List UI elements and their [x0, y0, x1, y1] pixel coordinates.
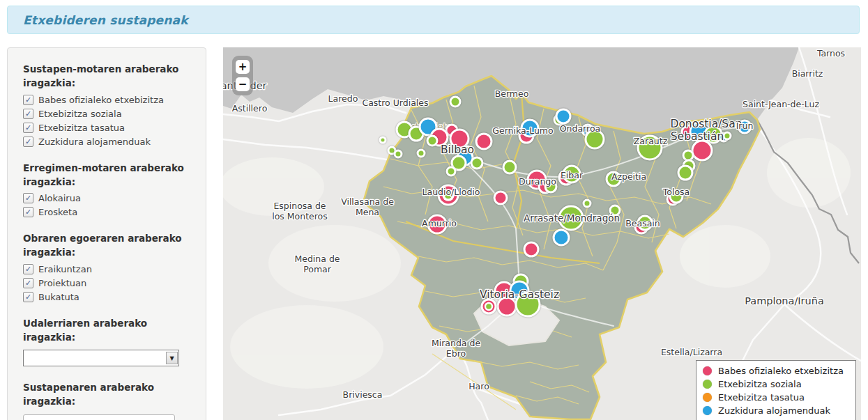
map-city-label: Astillero [232, 103, 268, 114]
legend-dot-green [703, 380, 712, 389]
filter-option-etxebizitza-soziala[interactable]: ✓ Etxebizitza soziala [23, 109, 190, 119]
legend-label: Babes ofizialeko etxebizitza [718, 366, 844, 376]
map-marker-blue[interactable] [556, 109, 570, 123]
map-city-label: Sebastián [671, 130, 724, 143]
filter-option-label: Eraikuntzan [38, 264, 92, 274]
map-marker-pink[interactable] [494, 192, 507, 204]
check-icon: ✓ [25, 96, 31, 104]
check-icon: ✓ [25, 138, 31, 146]
map-city-label: Amurrio [422, 218, 457, 228]
map-city-label: Medina de [294, 254, 340, 264]
map-marker-green[interactable] [418, 150, 425, 157]
map-city-label: Tarnos [816, 48, 845, 59]
map-city-label: Biarritz [792, 68, 823, 79]
map-marker-green[interactable] [471, 157, 482, 169]
legend-item-zuzkidura: Zuzkidura alojamenduak [703, 404, 849, 417]
map-city-label: Irun [736, 120, 754, 131]
map-city-label: Ebro [446, 348, 466, 359]
map-marker-green[interactable] [427, 136, 437, 146]
legend-label: Zuzkidura alojamenduak [718, 405, 830, 416]
legend-dot-pink [703, 366, 712, 375]
filter-group-promotion-name: Sustapenaren araberako iragazkia: [23, 380, 190, 420]
filter-option-label: Bukatuta [38, 292, 79, 302]
map-city-label: Pomar [303, 264, 332, 274]
filter-option-label: Etxebizitza soziala [38, 109, 122, 119]
map-marker-pink[interactable] [476, 134, 492, 149]
map-marker-green[interactable] [683, 150, 693, 160]
checkbox-checked[interactable]: ✓ [23, 95, 33, 105]
map-city-label: Espinosa de [273, 201, 326, 211]
map-marker-green[interactable] [395, 150, 402, 157]
legend-dot-orange [703, 393, 712, 402]
map-city-label: Gernika-Lumo [492, 125, 553, 136]
legend-item-babes-ofizialeko: Babes ofizialeko etxebizitza [703, 364, 849, 378]
filter-option-eraikuntzan[interactable]: ✓ Eraikuntzan [23, 264, 190, 274]
zoom-in-button[interactable]: + [236, 60, 250, 74]
municipality-select[interactable]: ▼ [23, 350, 179, 366]
map-marker-green[interactable] [724, 132, 731, 139]
map-city-label: Bermeo [495, 88, 529, 99]
map-marker-green[interactable] [380, 137, 386, 143]
filter-option-proiektuan[interactable]: ✓ Proiektuan [23, 278, 190, 288]
check-icon: ✓ [25, 293, 31, 301]
map-city-label: Briviesca [343, 389, 383, 400]
filter-option-alokairua[interactable]: ✓ Alokairua [23, 193, 190, 203]
map-city-label: Bilbao [441, 143, 474, 156]
map-city-label: Laudio/Llodio [422, 187, 480, 197]
checkbox-checked[interactable]: ✓ [23, 109, 33, 119]
checkbox-checked[interactable]: ✓ [23, 292, 33, 302]
checkbox-checked[interactable]: ✓ [23, 278, 33, 288]
filter-option-label: Alokairua [38, 193, 81, 203]
map-marker-ring[interactable] [482, 300, 496, 313]
map-city-label: Estella/Lizarra [661, 347, 722, 357]
checkbox-checked[interactable]: ✓ [23, 193, 33, 203]
map-marker-green[interactable] [503, 161, 516, 173]
promotion-filter-input[interactable] [23, 414, 175, 420]
map-city-label: Saint-Jean-de-Luz [743, 99, 819, 109]
map-legend: Babes ofizialeko etxebizitza Etxebizitza… [696, 360, 856, 420]
filter-group-promotion-type: Sustapen-motaren araberako iragazkia: ✓ … [23, 62, 190, 147]
map-marker-green[interactable] [584, 200, 591, 207]
filter-heading: Erregimen-motaren araberako iragazkia: [23, 161, 187, 189]
page-title-banner: Etxebideren sustapenak [7, 6, 860, 34]
map-marker-green[interactable] [678, 166, 692, 180]
zoom-out-button[interactable]: − [236, 77, 250, 91]
map-city-label: Beasain [625, 218, 660, 228]
checkbox-checked[interactable]: ✓ [23, 137, 33, 147]
filter-option-bukatuta[interactable]: ✓ Bukatuta [23, 292, 190, 302]
map-marker-blue[interactable] [554, 230, 569, 245]
check-icon: ✓ [25, 194, 31, 202]
municipality-filter-label: Udalerriaren araberako iragazkia: [23, 316, 187, 345]
map-marker-pink[interactable] [524, 242, 538, 256]
map-city-label: Durango [519, 176, 556, 187]
map-city-label: Zarautz [634, 136, 668, 146]
legend-label: Etxebizitza tasatua [718, 392, 805, 403]
map[interactable]: Portugalete SantanderAstilleroLaredoCast… [223, 47, 861, 420]
legend-item-soziala: Etxebizitza soziala [703, 378, 849, 391]
check-icon: ✓ [25, 279, 31, 287]
map-city-label: Eibar [561, 170, 584, 180]
filter-option-zuzkidura[interactable]: ✓ Zuzkidura alojamenduak [23, 137, 190, 147]
filter-heading: Obraren egoeraren araberako iragazkia: [23, 231, 187, 260]
filter-option-etxebizitza-tasatua[interactable]: ✓ Etxebizitza tasatua [23, 123, 190, 133]
checkbox-checked[interactable]: ✓ [23, 264, 33, 274]
filter-option-babes-ofizialeko[interactable]: ✓ Babes ofizialeko etxebizitza [23, 95, 190, 105]
check-icon: ✓ [25, 110, 31, 118]
checkbox-checked[interactable]: ✓ [23, 207, 33, 217]
map-city-label: Miranda de [432, 338, 480, 348]
filter-option-erosketa[interactable]: ✓ Erosketa [23, 207, 190, 217]
filter-option-label: Etxebizitza tasatua [38, 123, 125, 133]
filter-option-label: Proiektuan [38, 278, 86, 288]
map-city-label: Azpeitia [611, 171, 646, 182]
checkbox-checked[interactable]: ✓ [23, 123, 33, 133]
map-marker-pink[interactable] [692, 141, 712, 160]
filter-group-municipality: Udalerriaren araberako iragazkia: ▼ [23, 316, 190, 367]
map-marker-green[interactable] [450, 97, 460, 107]
map-marker-green[interactable] [447, 167, 455, 176]
chevron-down-icon[interactable]: ▼ [166, 352, 178, 364]
filter-heading: Sustapen-motaren araberako iragazkia: [23, 62, 187, 91]
check-icon: ✓ [25, 265, 31, 273]
legend-dot-blue [703, 406, 712, 415]
filter-option-label: Zuzkidura alojamenduak [38, 137, 151, 147]
promotion-filter-label: Sustapenaren araberako iragazkia: [23, 380, 187, 409]
